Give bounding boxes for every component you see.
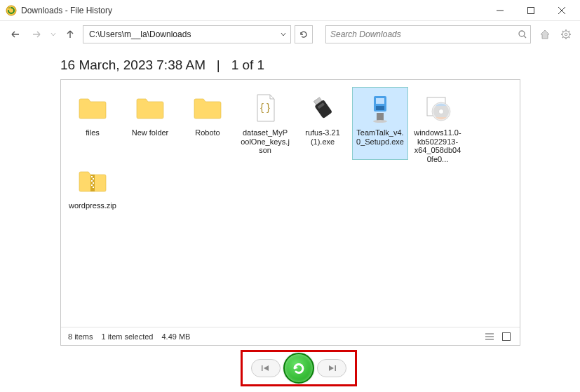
previous-version-button[interactable] bbox=[251, 359, 281, 377]
svg-rect-40 bbox=[503, 332, 511, 340]
forward-button[interactable] bbox=[28, 26, 45, 43]
status-items: 8 items bbox=[68, 332, 93, 341]
address-bar[interactable] bbox=[83, 25, 291, 43]
svg-point-29 bbox=[439, 109, 444, 114]
file-item[interactable]: files bbox=[65, 87, 121, 160]
search-input[interactable] bbox=[329, 29, 518, 40]
usb-exe-icon bbox=[306, 92, 339, 124]
icons-view-button[interactable] bbox=[500, 330, 513, 343]
titlebar: Downloads - File History bbox=[0, 0, 580, 21]
dropdown-icon[interactable] bbox=[281, 32, 286, 37]
up-button[interactable] bbox=[62, 26, 79, 43]
setup-exe-icon bbox=[364, 92, 396, 124]
version-header: 16 March, 2023 7:38 AM | 1 of 1 bbox=[60, 58, 580, 73]
next-version-button[interactable] bbox=[317, 359, 346, 377]
minimize-button[interactable] bbox=[485, 1, 515, 20]
file-label: files bbox=[68, 128, 117, 137]
toolbar bbox=[0, 21, 580, 48]
svg-rect-31 bbox=[91, 176, 93, 177]
window-title: Downloads - File History bbox=[21, 6, 112, 15]
version-timestamp: 16 March, 2023 7:38 AM bbox=[60, 58, 205, 72]
svg-rect-2 bbox=[528, 7, 534, 13]
settings-gear-icon[interactable] bbox=[559, 27, 573, 41]
file-item[interactable]: windows11.0-kb5022913-x64_058db040fe0... bbox=[410, 87, 466, 160]
svg-text:{ }: { } bbox=[260, 101, 270, 113]
version-position: 1 of 1 bbox=[231, 58, 265, 72]
svg-line-6 bbox=[524, 36, 526, 38]
svg-line-16 bbox=[569, 31, 569, 32]
file-label: TeamTalk_v4.0_Setupd.exe bbox=[356, 128, 405, 146]
file-item[interactable]: New folder bbox=[122, 87, 178, 160]
path-input[interactable] bbox=[88, 29, 281, 40]
svg-line-15 bbox=[562, 37, 563, 38]
folder-icon bbox=[191, 92, 224, 124]
close-button[interactable] bbox=[546, 1, 577, 20]
svg-rect-22 bbox=[376, 98, 384, 104]
svg-rect-34 bbox=[93, 182, 94, 184]
svg-rect-36 bbox=[93, 187, 94, 188]
svg-rect-33 bbox=[91, 180, 93, 182]
status-bar: 8 items 1 item selected 4.49 MB bbox=[61, 327, 520, 345]
restore-controls-highlight bbox=[241, 350, 357, 386]
svg-point-7 bbox=[562, 31, 569, 38]
file-item[interactable]: TeamTalk_v4.0_Setupd.exe bbox=[352, 87, 408, 160]
svg-point-25 bbox=[373, 120, 387, 123]
svg-line-14 bbox=[569, 37, 569, 38]
content-frame: filesNew folderRoboto{ }dataset_MyPoolOn… bbox=[60, 79, 520, 346]
file-item[interactable]: rufus-3.21 (1).exe bbox=[295, 87, 351, 160]
recent-locations-button[interactable] bbox=[49, 26, 58, 43]
svg-rect-42 bbox=[335, 365, 337, 371]
home-icon[interactable] bbox=[538, 27, 552, 41]
json-icon: { } bbox=[249, 92, 281, 124]
svg-rect-32 bbox=[93, 178, 94, 180]
file-item[interactable]: Roboto bbox=[180, 87, 236, 160]
file-label: Roboto bbox=[183, 128, 232, 137]
search-box[interactable] bbox=[325, 25, 531, 43]
version-separator: | bbox=[217, 58, 220, 72]
svg-rect-41 bbox=[262, 365, 263, 371]
restore-button[interactable] bbox=[283, 353, 314, 384]
maximize-button[interactable] bbox=[515, 1, 546, 20]
app-icon bbox=[6, 5, 17, 16]
file-label: New folder bbox=[126, 128, 175, 137]
status-size: 4.49 MB bbox=[161, 332, 190, 341]
zip-icon bbox=[76, 165, 109, 197]
back-button[interactable] bbox=[7, 26, 24, 43]
file-label: dataset_MyPoolOne_keys.json bbox=[241, 128, 290, 155]
status-selected: 1 item selected bbox=[101, 332, 153, 341]
files-area[interactable]: filesNew folderRoboto{ }dataset_MyPoolOn… bbox=[61, 80, 520, 327]
file-label: wordpress.zip bbox=[68, 201, 117, 210]
svg-line-13 bbox=[562, 31, 563, 32]
svg-point-5 bbox=[519, 31, 525, 36]
folder-icon bbox=[76, 92, 109, 124]
svg-rect-35 bbox=[91, 184, 93, 186]
file-label: rufus-3.21 (1).exe bbox=[298, 128, 347, 146]
search-icon bbox=[518, 29, 527, 39]
refresh-button[interactable] bbox=[295, 25, 313, 43]
file-item[interactable]: wordpress.zip bbox=[65, 160, 121, 233]
folder-icon bbox=[134, 92, 166, 124]
details-view-button[interactable] bbox=[483, 330, 496, 343]
file-item[interactable]: { }dataset_MyPoolOne_keys.json bbox=[237, 87, 293, 160]
disc-exe-icon bbox=[421, 92, 454, 124]
svg-rect-23 bbox=[376, 106, 384, 110]
svg-point-8 bbox=[565, 33, 567, 36]
file-label: windows11.0-kb5022913-x64_058db040fe0... bbox=[413, 128, 462, 162]
